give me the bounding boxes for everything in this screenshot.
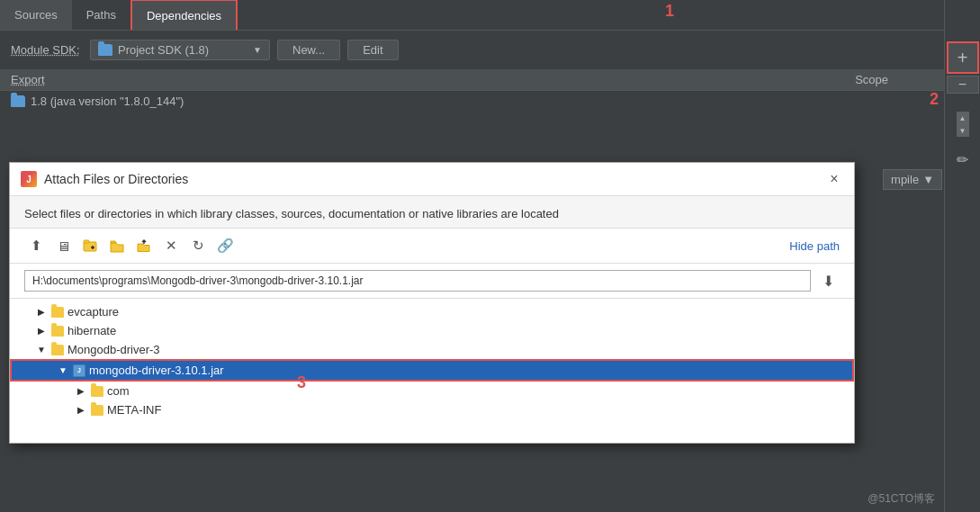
dropdown-arrow-icon: ▼ bbox=[253, 45, 262, 55]
tree-arrow-meta-inf bbox=[75, 404, 87, 417]
sdk-dropdown[interactable]: Project SDK (1.8) ▼ bbox=[90, 40, 270, 60]
link-button[interactable]: 🔗 bbox=[213, 234, 237, 257]
scope-label: Scope bbox=[855, 73, 888, 86]
parent-folder-button[interactable] bbox=[132, 234, 156, 257]
tree-item-hibernate[interactable]: hibernate bbox=[10, 321, 854, 340]
tab-dependencies[interactable]: Dependencies bbox=[130, 0, 238, 30]
folder-icon-meta-inf bbox=[91, 405, 103, 416]
annotation-3: 3 bbox=[297, 373, 306, 392]
dialog-toolbar: ⬆ 🖥 ✕ ↻ bbox=[10, 229, 854, 264]
computer-button[interactable]: 🖥 bbox=[51, 234, 75, 257]
tree-arrow-com bbox=[75, 385, 87, 398]
tree-arrow-evcapture bbox=[35, 306, 48, 319]
tab-paths[interactable]: Paths bbox=[72, 0, 130, 30]
watermark: @51CTO博客 bbox=[868, 491, 935, 507]
module-sdk-row: Module SDK: Project SDK (1.8) ▼ New... E… bbox=[0, 31, 944, 69]
sdk-item-row[interactable]: 1.8 (java version "1.8.0_144") bbox=[0, 91, 944, 112]
tree-arrow-hibernate bbox=[35, 325, 48, 337]
dialog-description: Select files or directories in which lib… bbox=[10, 196, 854, 229]
sdk-folder-icon bbox=[11, 95, 25, 107]
scroll-up-button[interactable]: ▲ bbox=[957, 112, 969, 124]
folder-icon-evcapture bbox=[51, 307, 64, 318]
download-icon-button[interactable]: ⬇ bbox=[816, 269, 840, 292]
path-input-row: ⬇ bbox=[10, 264, 854, 299]
file-tree: evcapture hibernate Mongodb-driver-3 J m… bbox=[10, 299, 854, 443]
new-button[interactable]: New... bbox=[277, 40, 340, 60]
folder-icon-com bbox=[91, 386, 103, 397]
tab-sources[interactable]: Sources bbox=[0, 0, 72, 30]
navigate-up-button[interactable]: ⬆ bbox=[24, 234, 48, 257]
tree-item-meta-inf[interactable]: META-INF bbox=[10, 400, 854, 419]
scroll-down-button[interactable]: ▼ bbox=[957, 124, 969, 137]
pencil-icon[interactable]: ✏ bbox=[957, 151, 968, 168]
export-label: Export bbox=[11, 73, 65, 86]
sdk-version-text: 1.8 (java version "1.8.0_144") bbox=[31, 94, 184, 108]
tree-item-evcapture[interactable]: evcapture bbox=[10, 302, 854, 321]
annotation-1: 1 bbox=[665, 2, 674, 21]
folder-icon-blue bbox=[98, 44, 112, 56]
dialog-titlebar: J Attach Files or Directories × bbox=[10, 163, 854, 196]
tree-item-com[interactable]: com bbox=[10, 382, 854, 400]
compile-button[interactable]: mpile ▼ bbox=[883, 169, 942, 190]
delete-button[interactable]: ✕ bbox=[159, 234, 183, 257]
dialog-close-button[interactable]: × bbox=[825, 170, 843, 188]
tree-arrow-jar bbox=[57, 364, 69, 377]
folder-icon-hibernate bbox=[51, 326, 64, 337]
module-sdk-label: Module SDK: bbox=[11, 43, 83, 57]
hide-path-button[interactable]: Hide path bbox=[789, 239, 840, 253]
remove-button[interactable]: − bbox=[947, 76, 979, 94]
edit-button[interactable]: Edit bbox=[347, 40, 398, 60]
path-input[interactable] bbox=[24, 270, 811, 292]
dialog-app-icon: J bbox=[21, 171, 37, 187]
tab-bar: Sources Paths Dependencies bbox=[0, 0, 944, 31]
annotation-2: 2 bbox=[930, 90, 939, 109]
refresh-button[interactable]: ↻ bbox=[186, 234, 210, 257]
export-scope-row: Export Scope bbox=[0, 69, 944, 91]
attach-files-dialog: J Attach Files or Directories × Select f… bbox=[9, 162, 855, 444]
folder-icon-mongodb-driver-3 bbox=[51, 345, 64, 355]
compile-area: mpile ▼ bbox=[883, 169, 942, 190]
svg-rect-1 bbox=[84, 240, 89, 243]
tree-item-mongodb-jar[interactable]: J mongodb-driver-3.10.1.jar bbox=[10, 359, 854, 382]
tree-item-mongodb-driver-3[interactable]: Mongodb-driver-3 bbox=[10, 340, 854, 359]
open-folder-button[interactable] bbox=[105, 234, 129, 257]
add-button[interactable]: + bbox=[947, 41, 979, 74]
tree-arrow-mongodb-driver-3 bbox=[35, 344, 48, 356]
new-folder-button[interactable] bbox=[78, 234, 102, 257]
jar-file-icon: J bbox=[73, 364, 85, 377]
right-sidebar: + − ▲ ▼ ✏ bbox=[944, 0, 980, 512]
dialog-title: Attach Files or Directories bbox=[44, 172, 818, 186]
